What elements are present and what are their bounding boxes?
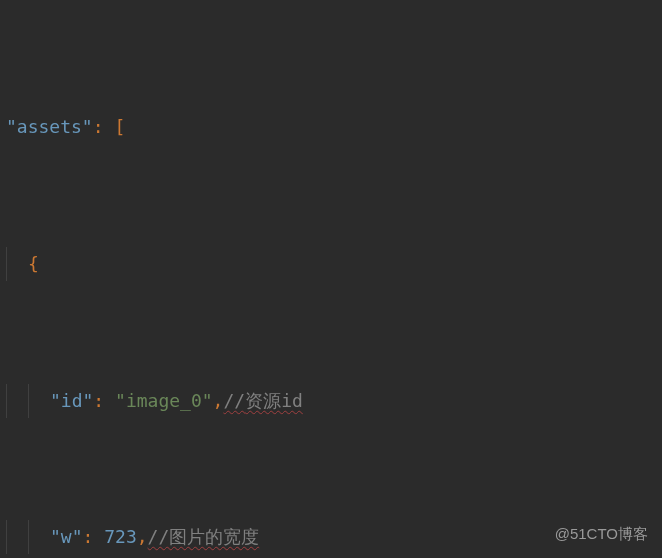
- json-number: 723: [104, 520, 137, 554]
- brace-open: {: [28, 247, 39, 281]
- code-editor[interactable]: "assets": [ { "id": "image_0",//资源id "w"…: [0, 0, 662, 558]
- json-key: "id": [50, 384, 93, 418]
- watermark: @51CTO博客: [555, 520, 648, 549]
- comment: //资源id: [223, 384, 302, 418]
- code-line: "assets": [: [6, 111, 656, 145]
- json-key: "w": [50, 520, 83, 554]
- json-string: "image_0": [115, 384, 213, 418]
- colon: :: [93, 110, 104, 144]
- comment: //图片的宽度: [148, 520, 260, 554]
- code-line: {: [6, 247, 656, 281]
- code-line: "id": "image_0",//资源id: [6, 384, 656, 418]
- json-key: "assets": [6, 110, 93, 144]
- bracket-open: [: [114, 110, 125, 144]
